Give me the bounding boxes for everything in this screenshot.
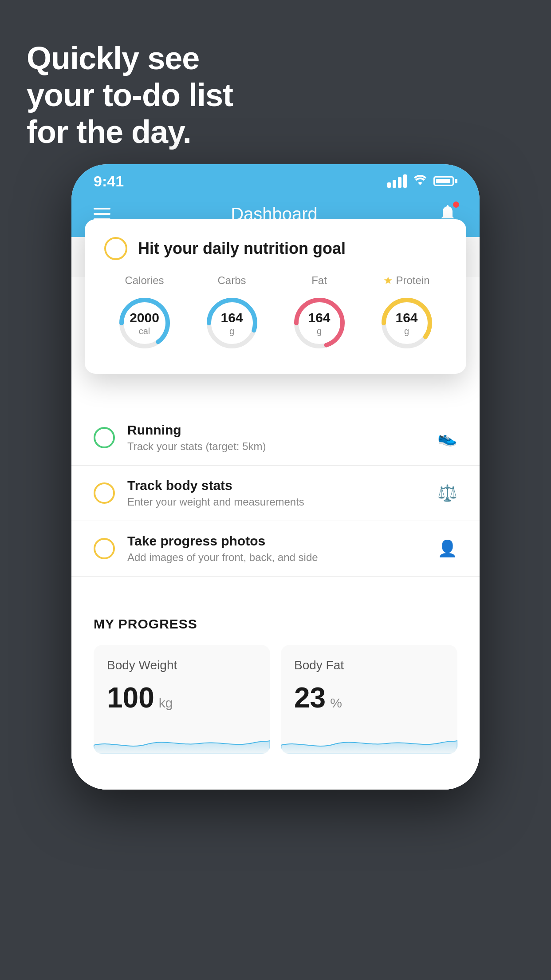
donut-unit: g [395,326,417,336]
card-title-row: Hit your daily nutrition goal [104,237,447,260]
progress-value-row: 100 kg [107,681,257,714]
todo-checkbox[interactable] [94,482,115,504]
nutrition-card-title: Hit your daily nutrition goal [138,239,346,258]
todo-list: Running Track your stats (target: 5km) 👟… [71,410,480,577]
mini-chart [281,727,457,754]
todo-text: Track body stats Enter your weight and m… [127,478,425,508]
todo-action-icon: 👤 [437,539,457,558]
donut-center: 164 g [308,310,330,336]
battery-icon [433,176,457,186]
donut-chart: 164 g [201,292,263,354]
nutrition-circles: Calories 2000 cal Carbs [104,274,447,354]
todo-action-icon: 👟 [437,428,457,447]
hero-line3: for the day. [27,114,233,150]
phone-body: THINGS TO DO TODAY Hit your daily nutrit… [71,237,480,790]
todo-text: Running Track your stats (target: 5km) [127,423,425,453]
mini-chart [94,727,270,754]
todo-item[interactable]: Running Track your stats (target: 5km) 👟 [71,410,480,466]
hero-text: Quickly see your to-do list for the day. [27,40,233,150]
progress-card: Body Weight 100 kg [94,645,270,754]
todo-desc: Track your stats (target: 5km) [127,440,425,453]
todo-item[interactable]: Take progress photos Add images of your … [71,521,480,577]
phone-shell: 9:41 [71,164,480,790]
donut-center: 164 g [220,310,243,336]
todo-action-icon: ⚖️ [437,484,457,502]
todo-item[interactable]: Track body stats Enter your weight and m… [71,466,480,521]
todo-name: Running [127,423,425,438]
signal-icon [387,174,407,188]
donut-chart: 164 g [376,292,438,354]
nutrition-item: Carbs 164 g [201,274,263,354]
nutrition-item: Fat 164 g [288,274,350,354]
donut-center: 2000 cal [130,310,159,336]
donut-chart: 2000 cal [114,292,176,354]
phone-mockup: 9:41 [71,164,480,790]
nutrition-item: ★Protein 164 g [376,274,438,354]
todo-name: Take progress photos [127,533,425,549]
progress-section: MY PROGRESS Body Weight 100 kg [71,594,480,754]
status-bar: 9:41 [71,164,480,194]
donut-value: 164 [308,310,330,326]
wifi-icon [413,174,427,189]
nutrition-label: Calories [125,274,164,287]
donut-unit: g [308,326,330,336]
progress-value: 23 [294,681,326,714]
progress-unit: kg [159,695,173,711]
todo-desc: Enter your weight and measurements [127,496,425,508]
progress-cards: Body Weight 100 kg Body Fat 23 [94,645,457,754]
menu-button[interactable] [94,208,110,220]
hero-line2: your to-do list [27,77,233,114]
todo-desc: Add images of your front, back, and side [127,551,425,564]
progress-title: MY PROGRESS [94,616,457,632]
progress-card-title: Body Weight [107,658,257,672]
progress-card-title: Body Fat [294,658,444,672]
donut-value: 2000 [130,310,159,326]
nutrition-label: Carbs [217,274,246,287]
todo-name: Track body stats [127,478,425,493]
todo-checkbox[interactable] [94,538,115,559]
todo-text: Take progress photos Add images of your … [127,533,425,564]
todo-checkbox[interactable] [94,427,115,448]
donut-value: 164 [220,310,243,326]
nutrition-label: Fat [311,274,327,287]
donut-unit: cal [130,326,159,336]
status-time: 9:41 [94,173,124,190]
notification-dot [453,202,459,208]
donut-center: 164 g [395,310,417,336]
progress-value-row: 23 % [294,681,444,714]
progress-value: 100 [107,681,154,714]
hero-line1: Quickly see [27,40,233,77]
nutrition-card: Hit your daily nutrition goal Calories 2… [85,219,466,374]
nutrition-checkbox[interactable] [104,237,127,260]
progress-card: Body Fat 23 % [281,645,457,754]
progress-unit: % [330,695,342,711]
donut-unit: g [220,326,243,336]
nutrition-item: Calories 2000 cal [114,274,176,354]
nutrition-label: ★Protein [383,274,429,287]
status-icons [387,174,457,189]
donut-value: 164 [395,310,417,326]
donut-chart: 164 g [288,292,350,354]
